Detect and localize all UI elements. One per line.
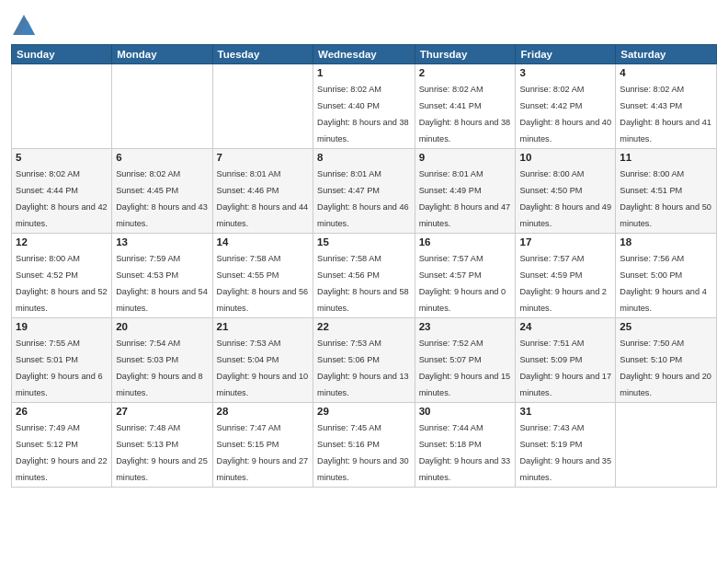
calendar-cell: 27Sunrise: 7:48 AMSunset: 5:13 PMDayligh… [112,403,212,488]
day-number: 9 [419,152,512,163]
day-number: 17 [519,236,611,247]
day-number: 18 [620,236,712,247]
day-info: Sunrise: 7:53 AMSunset: 5:04 PMDaylight:… [217,339,309,397]
day-info: Sunrise: 8:02 AMSunset: 4:45 PMDaylight:… [116,169,208,228]
day-number: 14 [217,236,309,247]
calendar-cell: 30Sunrise: 7:44 AMSunset: 5:18 PMDayligh… [415,403,516,488]
calendar-cell: 8Sunrise: 8:01 AMSunset: 4:47 PMDaylight… [313,149,415,234]
day-number: 31 [519,406,611,417]
weekday-row: SundayMondayTuesdayWednesdayThursdayFrid… [12,45,717,64]
weekday-header-thursday: Thursday [415,45,516,64]
day-number: 11 [620,152,712,163]
day-number: 4 [620,67,712,78]
calendar-cell: 23Sunrise: 7:52 AMSunset: 5:07 PMDayligh… [415,318,516,403]
calendar-cell: 15Sunrise: 7:58 AMSunset: 4:56 PMDayligh… [313,234,415,318]
calendar-cell: 17Sunrise: 7:57 AMSunset: 4:59 PMDayligh… [516,234,616,318]
day-info: Sunrise: 8:02 AMSunset: 4:41 PMDaylight:… [419,85,511,144]
day-number: 23 [419,321,512,332]
day-info: Sunrise: 7:50 AMSunset: 5:10 PMDaylight:… [620,339,711,397]
calendar-cell: 24Sunrise: 7:51 AMSunset: 5:09 PMDayligh… [516,318,616,403]
calendar-cell: 10Sunrise: 8:00 AMSunset: 4:50 PMDayligh… [516,149,616,234]
calendar-cell [112,64,212,149]
calendar-cell [616,403,717,488]
calendar-cell: 28Sunrise: 7:47 AMSunset: 5:15 PMDayligh… [212,403,313,488]
day-number: 3 [519,67,611,78]
day-number: 21 [217,321,309,332]
day-number: 25 [620,321,712,332]
calendar-cell: 12Sunrise: 8:00 AMSunset: 4:52 PMDayligh… [12,234,112,318]
weekday-header-saturday: Saturday [616,45,717,64]
day-info: Sunrise: 8:02 AMSunset: 4:43 PMDaylight:… [620,85,711,144]
week-row-3: 12Sunrise: 8:00 AMSunset: 4:52 PMDayligh… [12,234,717,318]
calendar-body: 1Sunrise: 8:02 AMSunset: 4:40 PMDaylight… [12,64,717,488]
calendar-cell: 22Sunrise: 7:53 AMSunset: 5:06 PMDayligh… [313,318,415,403]
calendar-cell [212,64,313,149]
day-number: 27 [116,406,208,417]
day-number: 2 [419,67,512,78]
calendar-cell: 9Sunrise: 8:01 AMSunset: 4:49 PMDaylight… [415,149,516,234]
day-info: Sunrise: 8:02 AMSunset: 4:42 PMDaylight:… [519,85,611,144]
day-info: Sunrise: 7:43 AMSunset: 5:19 PMDaylight:… [519,423,611,482]
day-number: 7 [217,152,309,163]
day-info: Sunrise: 7:58 AMSunset: 4:55 PMDaylight:… [217,254,309,313]
day-info: Sunrise: 7:57 AMSunset: 4:59 PMDaylight:… [519,254,607,313]
calendar-cell: 25Sunrise: 7:50 AMSunset: 5:10 PMDayligh… [616,318,717,403]
header [11,9,717,39]
day-info: Sunrise: 8:01 AMSunset: 4:47 PMDaylight:… [317,169,409,228]
weekday-header-sunday: Sunday [12,45,112,64]
calendar-cell: 16Sunrise: 7:57 AMSunset: 4:57 PMDayligh… [415,234,516,318]
day-info: Sunrise: 8:01 AMSunset: 4:49 PMDaylight:… [419,169,511,228]
day-info: Sunrise: 7:57 AMSunset: 4:57 PMDaylight:… [419,254,506,313]
calendar-header: SundayMondayTuesdayWednesdayThursdayFrid… [12,45,717,64]
weekday-header-wednesday: Wednesday [313,45,415,64]
day-number: 29 [317,406,411,417]
weekday-header-tuesday: Tuesday [212,45,313,64]
day-number: 15 [317,236,411,247]
calendar-cell: 26Sunrise: 7:49 AMSunset: 5:12 PMDayligh… [12,403,112,488]
calendar-cell: 31Sunrise: 7:43 AMSunset: 5:19 PMDayligh… [516,403,616,488]
day-info: Sunrise: 7:48 AMSunset: 5:13 PMDaylight:… [116,423,208,482]
calendar-cell: 11Sunrise: 8:00 AMSunset: 4:51 PMDayligh… [616,149,717,234]
calendar-cell: 21Sunrise: 7:53 AMSunset: 5:04 PMDayligh… [212,318,313,403]
day-info: Sunrise: 7:54 AMSunset: 5:03 PMDaylight:… [116,339,203,397]
day-info: Sunrise: 7:55 AMSunset: 5:01 PMDaylight:… [16,339,103,397]
day-number: 30 [419,406,512,417]
weekday-header-monday: Monday [112,45,212,64]
day-info: Sunrise: 7:51 AMSunset: 5:09 PMDaylight:… [519,339,611,397]
week-row-2: 5Sunrise: 8:02 AMSunset: 4:44 PMDaylight… [12,149,717,234]
day-info: Sunrise: 7:45 AMSunset: 5:16 PMDaylight:… [317,423,409,482]
weekday-header-friday: Friday [516,45,616,64]
calendar-cell: 2Sunrise: 8:02 AMSunset: 4:41 PMDaylight… [415,64,516,149]
day-info: Sunrise: 8:00 AMSunset: 4:52 PMDaylight:… [16,254,108,313]
calendar-cell: 19Sunrise: 7:55 AMSunset: 5:01 PMDayligh… [12,318,112,403]
day-number: 16 [419,236,512,247]
page: SundayMondayTuesdayWednesdayThursdayFrid… [0,0,728,563]
day-info: Sunrise: 7:52 AMSunset: 5:07 PMDaylight:… [419,339,511,397]
calendar-cell: 18Sunrise: 7:56 AMSunset: 5:00 PMDayligh… [616,234,717,318]
day-info: Sunrise: 7:59 AMSunset: 4:53 PMDaylight:… [116,254,208,313]
day-number: 28 [217,406,309,417]
day-number: 6 [116,152,208,163]
calendar-cell: 29Sunrise: 7:45 AMSunset: 5:16 PMDayligh… [313,403,415,488]
calendar-cell: 5Sunrise: 8:02 AMSunset: 4:44 PMDaylight… [12,149,112,234]
day-number: 22 [317,321,411,332]
day-info: Sunrise: 7:44 AMSunset: 5:18 PMDaylight:… [419,423,511,482]
calendar-cell: 13Sunrise: 7:59 AMSunset: 4:53 PMDayligh… [112,234,212,318]
calendar-cell [12,64,112,149]
day-number: 12 [16,236,108,247]
day-number: 26 [16,406,108,417]
calendar-cell: 6Sunrise: 8:02 AMSunset: 4:45 PMDaylight… [112,149,212,234]
day-info: Sunrise: 7:58 AMSunset: 4:56 PMDaylight:… [317,254,409,313]
day-number: 24 [519,321,611,332]
calendar-cell: 4Sunrise: 8:02 AMSunset: 4:43 PMDaylight… [616,64,717,149]
day-number: 10 [519,152,611,163]
calendar-table: SundayMondayTuesdayWednesdayThursdayFrid… [11,44,717,488]
calendar-cell: 14Sunrise: 7:58 AMSunset: 4:55 PMDayligh… [212,234,313,318]
week-row-5: 26Sunrise: 7:49 AMSunset: 5:12 PMDayligh… [12,403,717,488]
calendar-cell: 3Sunrise: 8:02 AMSunset: 4:42 PMDaylight… [516,64,616,149]
day-number: 20 [116,321,208,332]
calendar-cell: 7Sunrise: 8:01 AMSunset: 4:46 PMDaylight… [212,149,313,234]
week-row-4: 19Sunrise: 7:55 AMSunset: 5:01 PMDayligh… [12,318,717,403]
day-info: Sunrise: 8:02 AMSunset: 4:40 PMDaylight:… [317,85,409,144]
day-info: Sunrise: 8:00 AMSunset: 4:51 PMDaylight:… [620,169,711,228]
